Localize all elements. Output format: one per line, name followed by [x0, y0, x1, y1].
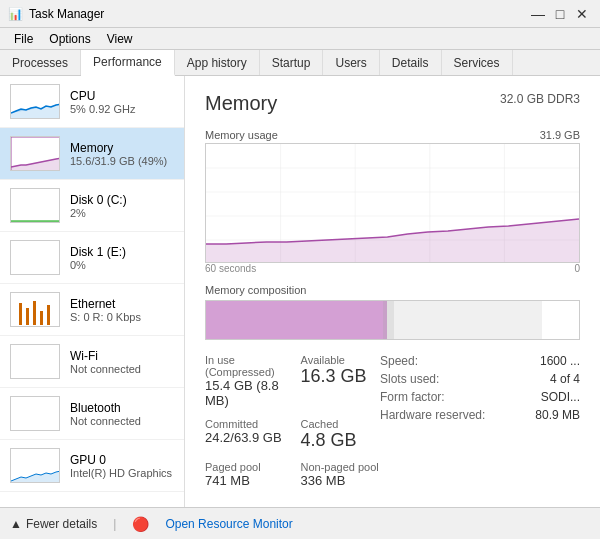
wifi-mini-chart: [10, 344, 60, 379]
composition-section: Memory composition: [205, 284, 580, 340]
sidebar-item-wifi[interactable]: Wi-Fi Not connected: [0, 336, 184, 388]
wifi-value: Not connected: [70, 363, 174, 375]
gpu-info: GPU 0 Intel(R) HD Graphics: [70, 453, 174, 479]
disk0-label: Disk 0 (C:): [70, 193, 174, 207]
comp-standby: [394, 301, 542, 339]
composition-label: Memory composition: [205, 284, 580, 296]
composition-bar: [205, 300, 580, 340]
close-button[interactable]: ✕: [572, 4, 592, 24]
detail-header: Memory 32.0 GB DDR3: [205, 92, 580, 115]
menu-view[interactable]: View: [101, 30, 139, 48]
stats-right: Speed: 1600 ... Slots used: 4 of 4 Form …: [380, 354, 580, 488]
speed-row: Speed: 1600 ...: [380, 354, 580, 368]
available-label: Available: [301, 354, 381, 366]
tab-services[interactable]: Services: [442, 50, 513, 75]
tab-performance[interactable]: Performance: [81, 50, 175, 76]
comp-separator: [387, 301, 394, 339]
slots-value: 4 of 4: [550, 372, 580, 386]
cpu-label: CPU: [70, 89, 174, 103]
memory-usage-section: Memory usage 31.9 GB: [205, 129, 580, 274]
monitor-icon: 🔴: [132, 516, 149, 532]
tab-startup[interactable]: Startup: [260, 50, 324, 75]
maximize-button[interactable]: □: [550, 4, 570, 24]
title-bar-left: 📊 Task Manager: [8, 7, 104, 21]
app-icon: 📊: [8, 7, 23, 21]
hw-row: Hardware reserved: 80.9 MB: [380, 408, 580, 422]
footer: ▲ Fewer details | 🔴 Open Resource Monito…: [0, 507, 600, 539]
svg-rect-12: [47, 305, 50, 325]
tab-app-history[interactable]: App history: [175, 50, 260, 75]
footer-divider: |: [113, 517, 116, 531]
memory-usage-chart: [205, 143, 580, 263]
cpu-mini-chart: [10, 84, 60, 119]
sidebar-item-ethernet[interactable]: Ethernet S: 0 R: 0 Kbps: [0, 284, 184, 336]
slots-row: Slots used: 4 of 4: [380, 372, 580, 386]
stat-available: Available 16.3 GB: [301, 354, 381, 408]
memory-label: Memory: [70, 141, 174, 155]
comp-in-use: [206, 301, 383, 339]
tab-users[interactable]: Users: [323, 50, 379, 75]
sidebar-item-gpu[interactable]: GPU 0 Intel(R) HD Graphics: [0, 440, 184, 492]
tab-processes[interactable]: Processes: [0, 50, 81, 75]
memory-value: 15.6/31.9 GB (49%): [70, 155, 174, 167]
detail-title: Memory: [205, 92, 277, 115]
ethernet-info: Ethernet S: 0 R: 0 Kbps: [70, 297, 174, 323]
sidebar-item-memory[interactable]: Memory 15.6/31.9 GB (49%): [0, 128, 184, 180]
sidebar: CPU 5% 0.92 GHz Memory 15.6/31.9 GB (49%…: [0, 76, 185, 507]
slots-label: Slots used:: [380, 372, 439, 386]
bluetooth-label: Bluetooth: [70, 401, 174, 415]
stat-committed: Committed 24.2/63.9 GB: [205, 418, 285, 451]
wifi-label: Wi-Fi: [70, 349, 174, 363]
svg-rect-2: [11, 189, 60, 223]
stats-grid: In use (Compressed) 15.4 GB (8.8 MB) Ava…: [205, 354, 380, 488]
tab-bar: Processes Performance App history Startu…: [0, 50, 600, 76]
bluetooth-info: Bluetooth Not connected: [70, 401, 174, 427]
chart-time-labels: 60 seconds 0: [205, 263, 580, 274]
hw-value: 80.9 MB: [535, 408, 580, 422]
speed-label: Speed:: [380, 354, 418, 368]
disk1-label: Disk 1 (E:): [70, 245, 174, 259]
sidebar-item-disk1[interactable]: Disk 1 (E:) 0%: [0, 232, 184, 284]
chevron-up-icon: ▲: [10, 517, 22, 531]
detail-spec: 32.0 GB DDR3: [500, 92, 580, 106]
tab-details[interactable]: Details: [380, 50, 442, 75]
sidebar-item-disk0[interactable]: Disk 0 (C:) 2%: [0, 180, 184, 232]
in-use-value: 15.4 GB (8.8 MB): [205, 378, 285, 408]
svg-rect-8: [19, 303, 22, 325]
form-value: SODI...: [541, 390, 580, 404]
svg-rect-5: [11, 241, 60, 275]
open-resource-monitor-link[interactable]: Open Resource Monitor: [165, 517, 292, 531]
cached-value: 4.8 GB: [301, 430, 381, 451]
committed-label: Committed: [205, 418, 285, 430]
disk1-info: Disk 1 (E:) 0%: [70, 245, 174, 271]
stats-left: In use (Compressed) 15.4 GB (8.8 MB) Ava…: [205, 354, 380, 488]
title-bar: 📊 Task Manager — □ ✕: [0, 0, 600, 28]
disk1-value: 0%: [70, 259, 174, 271]
disk0-value: 2%: [70, 207, 174, 219]
stat-non-paged-pool: Non-paged pool 336 MB: [301, 461, 381, 488]
memory-usage-label: Memory usage 31.9 GB: [205, 129, 580, 141]
committed-value: 24.2/63.9 GB: [205, 430, 285, 445]
wifi-info: Wi-Fi Not connected: [70, 349, 174, 375]
detail-panel: Memory 32.0 GB DDR3 Memory usage 31.9 GB: [185, 76, 600, 507]
sidebar-item-cpu[interactable]: CPU 5% 0.92 GHz: [0, 76, 184, 128]
stat-cached: Cached 4.8 GB: [301, 418, 381, 451]
comp-free: [542, 301, 579, 339]
hw-label: Hardware reserved:: [380, 408, 485, 422]
available-value: 16.3 GB: [301, 366, 381, 387]
svg-rect-10: [33, 301, 36, 325]
memory-info: Memory 15.6/31.9 GB (49%): [70, 141, 174, 167]
sidebar-item-bluetooth[interactable]: Bluetooth Not connected: [0, 388, 184, 440]
gpu-label: GPU 0: [70, 453, 174, 467]
minimize-button[interactable]: —: [528, 4, 548, 24]
fewer-details-button[interactable]: ▲ Fewer details: [10, 517, 97, 531]
cpu-value: 5% 0.92 GHz: [70, 103, 174, 115]
menu-file[interactable]: File: [8, 30, 39, 48]
disk0-info: Disk 0 (C:) 2%: [70, 193, 174, 219]
stats-lower: In use (Compressed) 15.4 GB (8.8 MB) Ava…: [205, 354, 580, 488]
disk1-mini-chart: [10, 240, 60, 275]
svg-rect-14: [11, 397, 60, 431]
menu-options[interactable]: Options: [43, 30, 96, 48]
speed-value: 1600 ...: [540, 354, 580, 368]
disk0-mini-chart: [10, 188, 60, 223]
